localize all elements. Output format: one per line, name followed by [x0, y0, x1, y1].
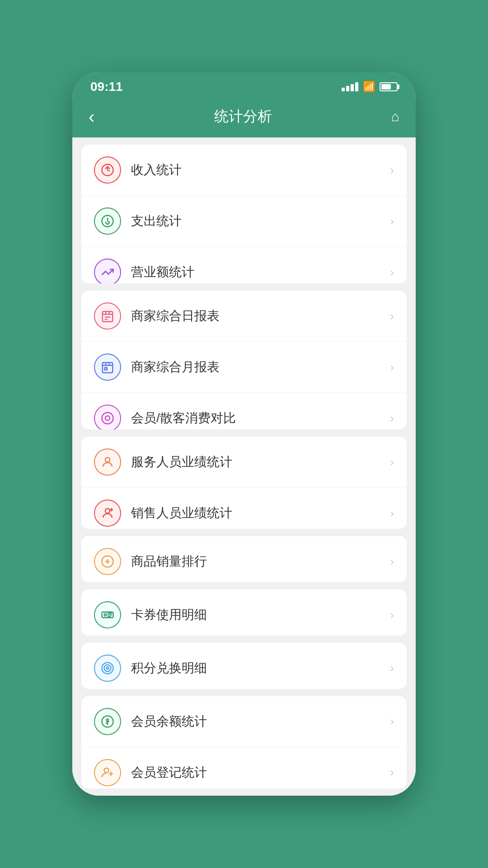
member-balance-label: 会员余额统计	[131, 713, 390, 730]
menu-item-revenue[interactable]: 营业额统计›	[81, 247, 407, 283]
svg-point-13	[102, 413, 113, 424]
service-staff-arrow: ›	[390, 455, 394, 469]
monthly-report-label: 商家综合月报表	[131, 359, 390, 376]
nav-bar: ‹ 统计分析 ⌂	[72, 99, 416, 137]
status-time: 09:11	[90, 80, 123, 94]
revenue-icon	[94, 259, 121, 283]
expense-icon	[94, 208, 121, 235]
income-icon	[94, 156, 121, 184]
sales-staff-label: 销售人员业绩统计	[131, 505, 390, 522]
status-icons: 📶	[342, 81, 398, 93]
monthly-report-arrow: ›	[390, 360, 394, 374]
menu-group-group6: 积分兑换明细›	[81, 643, 407, 689]
page-title: 统计分析	[214, 107, 272, 127]
svg-point-30	[104, 768, 109, 773]
expense-label: 支出统计	[131, 212, 390, 230]
back-button[interactable]: ‹	[86, 105, 97, 128]
menu-item-income[interactable]: 收入统计›	[81, 145, 407, 196]
svg-point-16	[105, 509, 110, 513]
daily-report-icon	[94, 302, 121, 330]
member-compare-label: 会员/散客消费对比	[131, 410, 390, 427]
status-bar: 09:11 📶	[72, 72, 416, 99]
menu-item-monthly-report[interactable]: 商家综合月报表›	[81, 342, 407, 393]
points-exchange-arrow: ›	[390, 661, 394, 675]
member-compare-arrow: ›	[390, 411, 394, 425]
phone-frame: 09:11 📶 ‹ 统计分析 ⌂ 收入统计›支出统计›营业额统计›商家综合日报表…	[72, 72, 416, 796]
member-compare-icon	[94, 405, 121, 429]
menu-item-member-balance[interactable]: 会员余额统计›	[81, 696, 407, 747]
menu-item-coupon-detail[interactable]: 卡券使用明细›	[81, 590, 407, 636]
service-staff-label: 服务人员业绩统计	[131, 453, 390, 471]
product-rank-icon	[94, 548, 121, 575]
monthly-report-icon	[94, 354, 121, 381]
menu-item-daily-report[interactable]: 商家综合日报表›	[81, 291, 407, 342]
income-label: 收入统计	[131, 161, 390, 179]
income-arrow: ›	[390, 163, 394, 177]
menu-group-group5: 卡券使用明细›	[81, 590, 407, 636]
menu-item-product-rank[interactable]: 商品销量排行›	[81, 536, 407, 582]
menu-item-service-staff[interactable]: 服务人员业绩统计›	[81, 437, 407, 488]
product-rank-arrow: ›	[390, 555, 394, 569]
battery-icon	[380, 82, 398, 91]
menu-group-group7: 会员余额统计›会员登记统计›	[81, 696, 407, 788]
sales-staff-icon	[94, 500, 121, 527]
points-exchange-icon	[94, 655, 121, 682]
home-button[interactable]: ⌂	[389, 106, 402, 127]
menu-item-member-register[interactable]: 会员登记统计›	[81, 747, 407, 788]
menu-group-group2: 商家综合日报表›商家综合月报表›会员/散客消费对比›	[81, 291, 407, 429]
content-area: 收入统计›支出统计›营业额统计›商家综合日报表›商家综合月报表›会员/散客消费对…	[72, 137, 416, 796]
member-balance-arrow: ›	[390, 714, 394, 728]
points-exchange-label: 积分兑换明细	[131, 660, 390, 677]
member-balance-icon	[94, 708, 121, 735]
sales-staff-arrow: ›	[390, 506, 394, 520]
svg-rect-12	[105, 368, 107, 370]
svg-point-14	[105, 416, 110, 420]
svg-point-21	[104, 614, 107, 616]
svg-point-27	[107, 667, 109, 669]
product-rank-label: 商品销量排行	[131, 553, 390, 570]
menu-group-group4: 商品销量排行›	[81, 536, 407, 582]
svg-point-26	[104, 665, 111, 671]
menu-item-expense[interactable]: 支出统计›	[81, 196, 407, 247]
expense-arrow: ›	[390, 214, 394, 228]
wifi-icon: 📶	[363, 81, 375, 93]
daily-report-arrow: ›	[390, 309, 394, 323]
revenue-arrow: ›	[390, 265, 394, 279]
coupon-detail-arrow: ›	[390, 608, 394, 622]
menu-item-sales-staff[interactable]: 销售人员业绩统计›	[81, 488, 407, 529]
revenue-label: 营业额统计	[131, 264, 390, 281]
menu-item-points-exchange[interactable]: 积分兑换明细›	[81, 643, 407, 689]
signal-icon	[342, 82, 358, 91]
daily-report-label: 商家综合日报表	[131, 307, 390, 325]
menu-group-group3: 服务人员业绩统计›销售人员业绩统计›	[81, 437, 407, 529]
menu-group-group1: 收入统计›支出统计›营业额统计›	[81, 145, 407, 283]
member-register-arrow: ›	[390, 765, 394, 779]
svg-point-15	[105, 458, 110, 462]
menu-item-member-compare[interactable]: 会员/散客消费对比›	[81, 393, 407, 429]
service-staff-icon	[94, 448, 121, 476]
member-register-label: 会员登记统计	[131, 764, 390, 781]
coupon-detail-label: 卡券使用明细	[131, 606, 390, 623]
coupon-detail-icon	[94, 601, 121, 628]
member-register-icon	[94, 759, 121, 786]
